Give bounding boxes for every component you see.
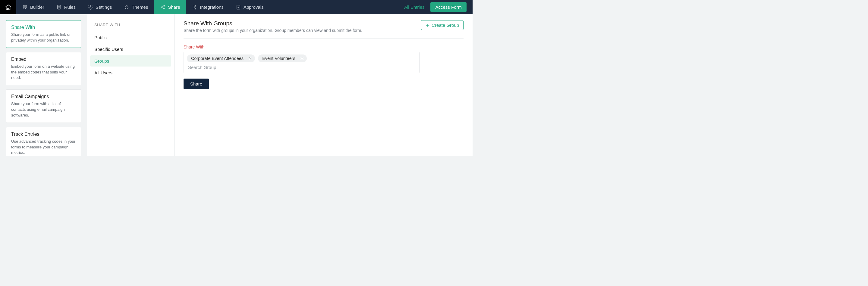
share-with-heading: SHARE WITH [90, 23, 171, 31]
chip-remove[interactable] [300, 57, 304, 60]
plus-icon [426, 23, 430, 27]
card-track-entries[interactable]: Track EntriesUse advanced tracking codes… [6, 127, 81, 156]
share-button[interactable]: Share [184, 79, 209, 89]
tab-approvals[interactable]: Approvals [230, 0, 270, 14]
integrations-icon [192, 4, 197, 10]
close-icon [248, 57, 252, 60]
groups-input[interactable]: Corporate Event AttendeesEvent Volunteer… [184, 52, 420, 73]
card-desc: Share your form as a public link or priv… [11, 32, 76, 43]
access-form-button[interactable]: Access Form [430, 2, 467, 12]
home-icon [5, 4, 11, 10]
approvals-icon [236, 4, 241, 10]
builder-icon [22, 4, 28, 10]
share-icon [160, 4, 165, 10]
share-with-subnav: SHARE WITH PublicSpecific UsersGroupsAll… [87, 14, 175, 156]
share-with-field-label: Share With [184, 44, 464, 49]
themes-icon [124, 4, 129, 10]
page-subtitle: Share the form with groups in your organ… [184, 28, 362, 33]
card-title: Track Entries [11, 132, 76, 137]
svg-rect-1 [23, 7, 27, 7]
chip-remove[interactable] [248, 57, 252, 60]
tab-label: Integrations [200, 4, 223, 10]
card-title: Embed [11, 57, 76, 62]
main-panel: Share With Groups Share the form with gr… [175, 14, 472, 156]
tab-settings[interactable]: Settings [82, 0, 118, 14]
chip-label: Event Volunteers [262, 56, 296, 61]
card-title: Share With [11, 25, 76, 30]
card-embed[interactable]: EmbedEmbed your form on a website using … [6, 52, 81, 85]
sub-item-specific-users[interactable]: Specific Users [90, 44, 171, 55]
tab-integrations[interactable]: Integrations [186, 0, 229, 14]
tab-label: Settings [96, 4, 112, 10]
rules-icon [56, 4, 62, 10]
tab-label: Share [168, 4, 180, 10]
tab-label: Themes [132, 4, 148, 10]
tab-label: Rules [64, 4, 76, 10]
group-chip: Corporate Event Attendees [187, 55, 255, 62]
all-entries-link[interactable]: All Entries [404, 4, 425, 10]
tab-share[interactable]: Share [154, 0, 186, 14]
card-desc: Embed your form on a website using the e… [11, 64, 76, 81]
card-email-campaigns[interactable]: Email CampaignsShare your form with a li… [6, 90, 81, 123]
sub-item-all-users[interactable]: All Users [90, 67, 171, 78]
tab-label: Approvals [244, 4, 264, 10]
svg-rect-2 [23, 8, 26, 9]
left-panel: Share WithShare your form as a public li… [0, 14, 87, 156]
svg-rect-0 [23, 5, 27, 6]
card-desc: Share your form with a list of contacts … [11, 101, 76, 118]
card-desc: Use advanced tracking codes in your form… [11, 139, 76, 156]
sub-item-public[interactable]: Public [90, 32, 171, 43]
settings-icon [88, 4, 93, 10]
card-share-with[interactable]: Share WithShare your form as a public li… [6, 20, 81, 48]
tab-builder[interactable]: Builder [16, 0, 50, 14]
group-chip: Event Volunteers [258, 55, 307, 62]
home-button[interactable] [0, 0, 16, 14]
page-title: Share With Groups [184, 20, 362, 27]
svg-point-4 [90, 6, 91, 8]
tab-rules[interactable]: Rules [50, 0, 82, 14]
create-group-button[interactable]: Create Group [421, 20, 464, 30]
search-group-input[interactable] [187, 62, 416, 70]
card-title: Email Campaigns [11, 94, 76, 99]
close-icon [300, 57, 304, 60]
create-group-label: Create Group [432, 23, 459, 28]
sub-item-groups[interactable]: Groups [90, 56, 171, 67]
chip-label: Corporate Event Attendees [191, 56, 244, 61]
tab-themes[interactable]: Themes [118, 0, 154, 14]
tab-label: Builder [30, 4, 44, 10]
top-nav: BuilderRulesSettingsThemesShareIntegrati… [0, 0, 472, 14]
